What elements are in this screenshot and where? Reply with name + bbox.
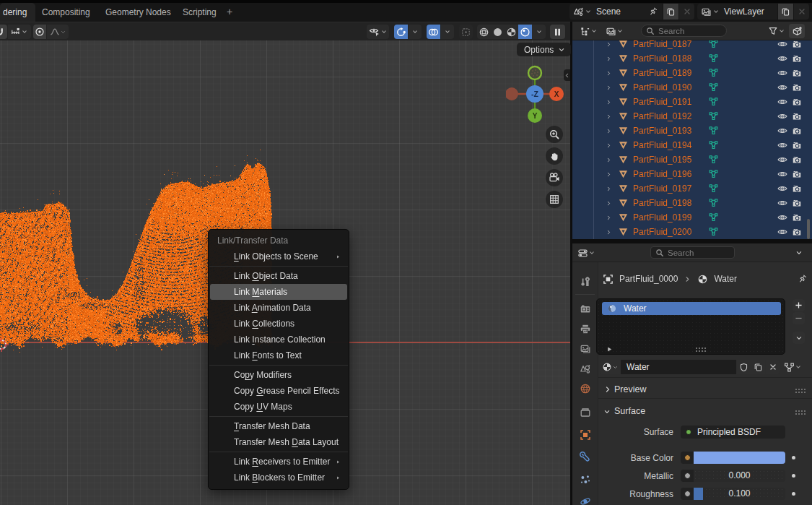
object-name[interactable]: PartFluid_0193 (633, 124, 691, 138)
disable-render-camera-icon[interactable] (792, 198, 802, 208)
mesh-data-icon[interactable] (708, 183, 719, 194)
editor-type-dropdown[interactable] (575, 246, 598, 260)
menu-item-link-objects-to-scene[interactable]: Link Objects to Scene (210, 249, 347, 264)
hide-viewport-eye-icon[interactable] (777, 184, 787, 194)
gizmo-dropdown[interactable] (409, 25, 422, 39)
menu-item-copy-grease-pencil-effects[interactable]: Copy Grease Pencil Effects (210, 383, 347, 399)
properties-tab-particles[interactable] (580, 474, 591, 485)
material-name-field[interactable]: Water (621, 360, 736, 374)
menu-item-link-receivers-to-emitter[interactable]: Link Receivers to Emitter (210, 454, 347, 470)
hide-viewport-eye-icon[interactable] (777, 155, 787, 165)
disable-render-camera-icon[interactable] (792, 140, 802, 150)
base-color-swatch[interactable] (694, 452, 785, 464)
mesh-data-icon[interactable] (708, 197, 719, 208)
outliner-row-partfluid_0196[interactable]: PartFluid_0196 (572, 167, 812, 181)
object-name[interactable]: PartFluid_0198 (633, 196, 691, 210)
panel-drag-grip[interactable] (795, 410, 806, 415)
hide-viewport-eye-icon[interactable] (777, 198, 787, 208)
outliner-row-partfluid_0195[interactable]: PartFluid_0195 (572, 152, 812, 167)
menu-item-link-blockers-to-emitter[interactable]: Link Blockers to Emitter (210, 470, 347, 485)
menu-item-link-object-data[interactable]: Link Object Data (210, 268, 347, 284)
filter-dropdown[interactable] (766, 24, 787, 38)
add-slot-button[interactable] (793, 299, 805, 311)
properties-tab-tool[interactable] (580, 277, 591, 288)
disable-render-camera-icon[interactable] (792, 155, 802, 165)
mesh-data-icon[interactable] (708, 125, 719, 136)
workspace-tab-dering[interactable]: dering (0, 3, 35, 22)
remove-viewlayer-button[interactable] (794, 4, 809, 20)
properties-tab-scene[interactable] (580, 363, 591, 375)
slot-specials-button[interactable] (793, 332, 805, 344)
breadcrumb-material[interactable]: Water (714, 274, 737, 284)
disclosure-triangle-icon[interactable] (606, 157, 612, 163)
disclosure-triangle-icon[interactable] (606, 128, 612, 134)
menu-item-transfer-mesh-data[interactable]: Transfer Mesh Data (210, 418, 347, 434)
disable-render-camera-icon[interactable] (792, 212, 802, 223)
unlink-scene-button[interactable] (679, 4, 694, 20)
selectability-dropdown[interactable] (367, 25, 389, 39)
proportional-editing-toggle[interactable] (33, 25, 46, 39)
outliner-row-partfluid_0200[interactable]: PartFluid_0200 (572, 225, 812, 239)
mesh-data-icon[interactable] (708, 53, 719, 64)
object-name[interactable]: PartFluid_0188 (633, 51, 691, 66)
properties-tab-render[interactable] (580, 303, 591, 315)
outliner-row-partfluid_0189[interactable]: PartFluid_0189 (572, 66, 812, 80)
snap-target-dropdown[interactable] (8, 25, 31, 39)
mesh-object-icon[interactable] (618, 53, 629, 64)
mesh-data-icon[interactable] (708, 111, 719, 121)
properties-search-input[interactable]: Search (650, 246, 735, 259)
outliner-row-partfluid_0193[interactable]: PartFluid_0193 (572, 124, 812, 138)
menu-item-copy-modifiers[interactable]: Copy Modifiers (210, 367, 347, 383)
disclosure-triangle-icon[interactable] (606, 99, 612, 105)
object-name[interactable]: PartFluid_0194 (633, 138, 691, 152)
disable-render-camera-icon[interactable] (792, 126, 802, 136)
shading-rendered-button[interactable] (518, 25, 532, 39)
mesh-data-icon[interactable] (708, 96, 719, 107)
properties-tab-physics[interactable] (580, 496, 591, 505)
new-material-button[interactable] (751, 360, 765, 374)
workspace-tab-scripting[interactable]: Scripting (174, 3, 225, 22)
material-slot-water[interactable]: Water (602, 302, 781, 315)
mesh-data-icon[interactable] (708, 139, 719, 150)
show-gizmo-toggle[interactable] (394, 25, 408, 39)
mesh-object-icon[interactable] (618, 82, 629, 92)
menu-item-link-fonts-to-text[interactable]: Link Fonts to Text (210, 348, 347, 363)
hide-viewport-eye-icon[interactable] (777, 82, 787, 92)
proportional-falloff-dropdown[interactable] (47, 25, 69, 39)
hide-viewport-eye-icon[interactable] (777, 126, 787, 136)
disable-render-camera-icon[interactable] (792, 227, 802, 237)
disable-render-camera-icon[interactable] (792, 53, 802, 64)
socket-button[interactable] (681, 470, 694, 482)
disable-render-camera-icon[interactable] (792, 184, 802, 194)
animate-decorator-dot[interactable] (792, 456, 795, 459)
object-name[interactable]: PartFluid_0192 (633, 109, 691, 124)
disclosure-triangle-icon[interactable] (606, 113, 612, 120)
mesh-data-icon[interactable] (708, 154, 719, 165)
animate-decorator-dot[interactable] (792, 474, 795, 478)
disclosure-triangle-icon[interactable] (606, 215, 612, 221)
list-resize-grip[interactable] (695, 347, 706, 352)
mesh-data-icon[interactable] (708, 67, 719, 78)
disable-render-camera-icon[interactable] (792, 97, 802, 107)
mesh-object-icon[interactable] (618, 226, 629, 237)
unlink-material-button[interactable] (766, 360, 780, 374)
surface-panel-header[interactable]: Surface (598, 402, 812, 422)
properties-tab-object[interactable] (580, 429, 591, 441)
sidebar-collapse-tab[interactable] (564, 69, 570, 81)
shading-material-button[interactable] (505, 25, 518, 39)
metallic-slider[interactable]: 0.000 (694, 470, 785, 482)
editor-type-dropdown[interactable] (577, 24, 600, 38)
animate-decorator-dot[interactable] (792, 492, 795, 496)
disable-render-camera-icon[interactable] (792, 39, 802, 49)
disclosure-triangle-icon[interactable] (606, 200, 612, 207)
outliner-row-partfluid_0188[interactable]: PartFluid_0188 (572, 51, 812, 66)
disable-render-camera-icon[interactable] (792, 82, 802, 92)
xray-toggle[interactable] (459, 25, 473, 39)
object-name[interactable]: PartFluid_0190 (633, 80, 691, 95)
hide-viewport-eye-icon[interactable] (777, 212, 787, 223)
disable-render-camera-icon[interactable] (792, 169, 802, 179)
socket-button[interactable] (681, 452, 694, 464)
options-button[interactable]: Options (517, 43, 571, 56)
new-collection-button[interactable] (789, 24, 805, 38)
mesh-object-icon[interactable] (618, 139, 629, 150)
